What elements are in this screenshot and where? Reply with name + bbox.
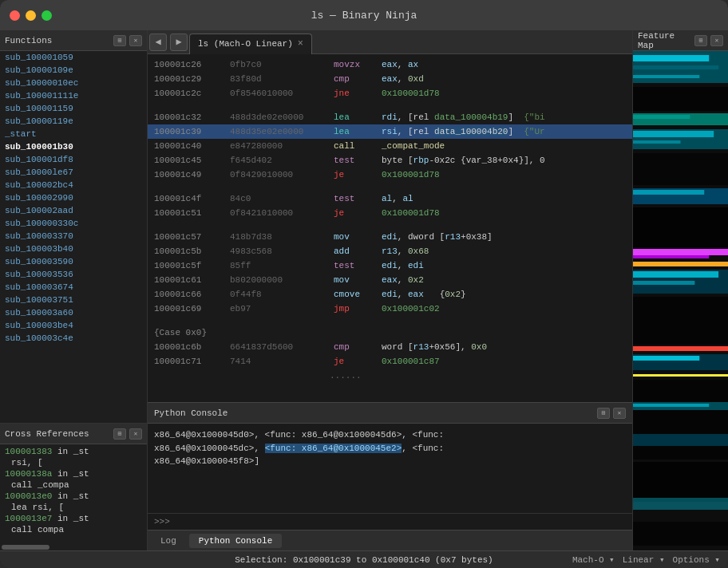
cross-ref-scroll-thumb[interactable] (2, 545, 49, 550)
status-options[interactable]: Options ▾ (673, 554, 720, 565)
left-panel: Functions ⊞ ✕ sub_100001059 sub_10000109… (0, 30, 148, 550)
cross-ref-item[interactable]: 10000138a in _st (0, 468, 147, 479)
feature-map-expand-icon[interactable]: ⊞ (694, 35, 707, 46)
functions-list[interactable]: sub_100001059 sub_10000109e sub_10000010… (0, 51, 147, 423)
feature-map-canvas[interactable] (633, 51, 728, 550)
tab-bar: ◀ ▶ ls (Mach-O Linear) × (148, 30, 632, 54)
disasm-row[interactable]: 100001c49 0f8429010000 je 0x100001d78 (148, 168, 632, 182)
tab-log[interactable]: Log (151, 534, 186, 548)
nav-back-button[interactable]: ◀ (149, 34, 167, 51)
func-item[interactable]: sub_100003536 (0, 268, 147, 281)
cross-ref-item[interactable]: call compa (0, 524, 147, 535)
svg-rect-32 (633, 522, 728, 546)
cross-ref-scrollbar[interactable] (0, 544, 147, 550)
disasm-row[interactable]: 100001c57 418b7d38 mov edi, dword [r13+0… (148, 230, 632, 244)
status-view[interactable]: Linear ▾ (623, 554, 665, 565)
svg-rect-21 (633, 297, 728, 345)
func-item[interactable]: sub_100002bc4 (0, 179, 147, 191)
svg-rect-31 (633, 498, 728, 510)
cross-ref-item[interactable]: 1000013e7 in _st (0, 513, 147, 524)
nav-forward-button[interactable]: ▶ (170, 34, 188, 51)
disasm-section-label: {Case 0x0} (148, 325, 632, 340)
func-item[interactable]: sub_10000le67 (0, 166, 147, 179)
svg-rect-20 (633, 281, 694, 285)
disasm-row-selected[interactable]: 100001c39 488d35e02e0000 lea rsi, [rel d… (148, 124, 632, 139)
func-item[interactable]: sub_100000330c (0, 217, 147, 230)
disasm-row[interactable]: 100001c29 83f80d cmp eax, 0xd (148, 72, 632, 86)
svg-rect-5 (633, 87, 728, 111)
func-item[interactable]: sub_10000010ec (0, 77, 147, 89)
status-right: Mach-O ▾ Linear ▾ Options ▾ (572, 554, 720, 565)
disasm-row[interactable]: 100001c4f 84c0 test al, al (148, 191, 632, 206)
cross-ref-item[interactable]: rsi, [ (0, 457, 147, 468)
cross-ref-list[interactable]: 100001383 in _st rsi, [ 10000138a in _st… (0, 444, 147, 544)
svg-rect-10 (633, 140, 681, 144)
func-item[interactable]: sub_100001111e (0, 89, 147, 102)
disasm-row[interactable]: 100001c71 7414 je 0x100001c87 (148, 354, 632, 369)
disasm-row[interactable]: 100001c40 e847280000 call _compat_mode (148, 139, 632, 153)
disasm-row[interactable]: 100001c5b 4983c568 add r13, 0x68 (148, 244, 632, 258)
center-panel: ◀ ▶ ls (Mach-O Linear) × 100001c26 0fb7c… (148, 30, 632, 550)
functions-header-icons: ⊞ ✕ (113, 35, 142, 46)
svg-rect-24 (633, 356, 699, 361)
disasm-row[interactable]: 100001c66 0f44f8 cmove edi, eax {0x2} (148, 287, 632, 302)
svg-rect-7 (633, 115, 690, 119)
disassembly-view[interactable]: 100001c26 0fb7c0 movzx eax, ax 100001c29… (148, 54, 632, 402)
feature-map-close-icon[interactable]: ✕ (710, 35, 723, 46)
disasm-row[interactable]: 100001c69 eb97 jmp 0x100001c02 (148, 302, 632, 316)
status-selection: Selection: 0x100001c39 to 0x100001c40 (0… (235, 555, 493, 565)
console-close-icon[interactable]: ✕ (613, 408, 626, 419)
cross-ref-close-icon[interactable]: ✕ (129, 428, 142, 440)
disasm-row[interactable]: 100001c26 0fb7c0 movzx eax, ax (148, 57, 632, 72)
disasm-spacer (148, 182, 632, 191)
func-item[interactable]: _start (0, 128, 147, 140)
func-item[interactable]: sub_10000119e (0, 115, 147, 128)
cross-ref-item[interactable]: 100001383 in _st (0, 446, 147, 457)
func-item[interactable]: sub_100003674 (0, 281, 147, 294)
console-expand-icon[interactable]: ⊞ (597, 408, 610, 419)
func-item[interactable]: sub_100001059 (0, 51, 147, 64)
status-arch[interactable]: Mach-O ▾ (572, 554, 615, 565)
func-item[interactable]: sub_100001159 (0, 102, 147, 115)
console-input-line: >>> (148, 513, 632, 530)
disasm-row[interactable]: 100001c2c 0f8546010000 jne 0x100001d78 (148, 86, 632, 101)
maximize-button[interactable] (42, 10, 52, 21)
func-item-active[interactable]: sub_100001b30 (0, 140, 147, 153)
func-item[interactable]: sub_100002aad (0, 204, 147, 217)
disasm-row[interactable]: 100001c61 b802000000 mov eax, 0x2 (148, 273, 632, 287)
cross-ref-expand-icon[interactable]: ⊞ (113, 428, 126, 440)
main-tab[interactable]: ls (Mach-O Linear) × (189, 34, 312, 54)
main-area: Functions ⊞ ✕ sub_100001059 sub_10000109… (0, 30, 728, 550)
minimize-button[interactable] (26, 10, 36, 21)
func-item[interactable]: sub_100003751 (0, 294, 147, 306)
svg-rect-15 (633, 249, 728, 255)
func-item[interactable]: sub_10000109e (0, 64, 147, 77)
svg-rect-29 (633, 434, 728, 446)
console-output: x86_64@0x1000045d0>, <func: x86_64@0x100… (148, 424, 632, 513)
disasm-dots: ...... (148, 369, 632, 383)
functions-expand-icon[interactable]: ⊞ (113, 35, 126, 46)
func-item[interactable]: sub_100003b40 (0, 243, 147, 255)
svg-rect-26 (633, 380, 728, 460)
tab-close-icon[interactable]: × (298, 38, 303, 49)
console-highlight: <func: x86_64@0x1000045e2> (265, 444, 402, 453)
cross-ref-item[interactable]: call _compa (0, 479, 147, 491)
disasm-row[interactable]: 100001c32 488d3de02e0000 lea rdi, [rel d… (148, 110, 632, 124)
func-item[interactable]: sub_100003be4 (0, 319, 147, 332)
close-button[interactable] (10, 10, 20, 21)
cross-ref-title: Cross References (5, 429, 89, 439)
func-item[interactable]: sub_100002990 (0, 191, 147, 204)
functions-close-icon[interactable]: ✕ (129, 35, 142, 46)
disasm-row[interactable]: 100001c51 0f8421010000 je 0x100001d78 (148, 206, 632, 220)
func-item[interactable]: sub_100003a60 (0, 306, 147, 319)
cross-ref-item[interactable]: 1000013e0 in _st (0, 491, 147, 502)
func-item[interactable]: sub_100003590 (0, 255, 147, 268)
disasm-row[interactable]: 100001c45 f645d402 test byte [rbp-0x2c {… (148, 153, 632, 168)
tab-python-console[interactable]: Python Console (189, 534, 282, 548)
cross-ref-item[interactable]: lea rsi, [ (0, 502, 147, 513)
func-item[interactable]: sub_100003370 (0, 230, 147, 243)
func-item[interactable]: sub_100003c4e (0, 332, 147, 345)
func-item[interactable]: sub_100001df8 (0, 153, 147, 166)
disasm-row[interactable]: 100001c6b 6641837d5600 cmp word [r13+0x5… (148, 340, 632, 354)
disasm-row[interactable]: 100001c5f 85ff test edi, edi (148, 258, 632, 273)
